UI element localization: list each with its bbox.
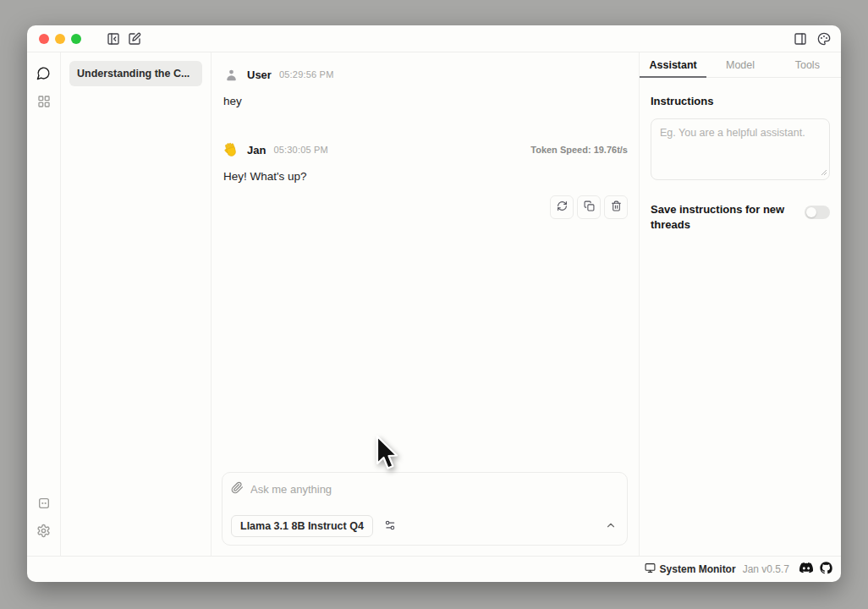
icon-rail: [27, 52, 61, 556]
message-author: Jan: [247, 144, 266, 156]
discord-link[interactable]: [799, 562, 813, 576]
message-timestamp: 05:30:05 PM: [273, 145, 328, 155]
panel-left-icon: [107, 32, 120, 46]
right-panel: Assistant Model Tools Instructions Save …: [639, 52, 841, 556]
status-bar: System Monitor Jan v0.5.7: [27, 556, 841, 582]
tab-tools[interactable]: Tools: [774, 52, 841, 77]
trash-icon: [611, 200, 622, 214]
message-text: hey: [223, 95, 628, 107]
theme-button[interactable]: [817, 32, 831, 46]
message-author: User: [247, 69, 272, 81]
github-icon: [820, 562, 832, 577]
close-window-button[interactable]: [39, 34, 49, 44]
copy-button[interactable]: [577, 195, 601, 219]
instructions-label: Instructions: [651, 95, 830, 107]
chat-bubble-icon: [36, 66, 51, 83]
refresh-icon: [557, 200, 568, 214]
message-list: User 05:29:56 PM hey: [212, 52, 639, 472]
system-monitor-label: System Monitor: [660, 563, 736, 575]
thread-title: Understanding the C...: [77, 68, 190, 80]
paperclip-icon[interactable]: [231, 481, 244, 497]
message-user: User 05:29:56 PM hey: [222, 66, 628, 107]
instructions-textarea[interactable]: [651, 118, 830, 180]
delete-button[interactable]: [604, 195, 628, 219]
message-assistant: Jan 05:30:05 PM Token Speed: 19.76t/s He…: [222, 141, 628, 219]
grid-icon: [37, 95, 51, 111]
zoom-window-button[interactable]: [71, 34, 81, 44]
traffic-lights: [39, 34, 81, 44]
local-api-server-button[interactable]: [32, 492, 56, 516]
right-panel-tabs: Assistant Model Tools: [640, 52, 841, 78]
token-speed: Token Speed: 19.76t/s: [530, 145, 628, 155]
titlebar: [27, 25, 841, 52]
model-settings-button[interactable]: [379, 515, 401, 537]
save-instructions-label: Save instructions for new threads: [651, 202, 796, 232]
model-selector-button[interactable]: Llama 3.1 8B Instruct Q4: [231, 515, 373, 537]
panel-right-icon: [794, 32, 807, 46]
app-version: Jan v0.5.7: [743, 563, 789, 575]
system-monitor-button[interactable]: System Monitor: [645, 562, 736, 577]
message-actions: [222, 195, 628, 219]
tab-assistant[interactable]: Assistant: [640, 52, 706, 77]
regenerate-button[interactable]: [550, 195, 574, 219]
settings-button[interactable]: [32, 520, 56, 544]
waving-hand-icon: [222, 141, 239, 158]
copy-icon: [584, 200, 595, 214]
discord-icon: [799, 562, 813, 576]
app-window: Understanding the C... User 05:29:56 PM …: [27, 25, 841, 582]
api-server-icon: [37, 497, 51, 513]
threads-nav-button[interactable]: [32, 63, 56, 86]
user-avatar-icon: [222, 66, 239, 83]
monitor-icon: [645, 562, 656, 577]
hub-nav-button[interactable]: [32, 91, 56, 114]
github-link[interactable]: [820, 562, 832, 577]
prompt-input[interactable]: [250, 483, 618, 496]
minimize-window-button[interactable]: [55, 34, 65, 44]
message-timestamp: 05:29:56 PM: [279, 69, 334, 80]
chat-area: User 05:29:56 PM hey: [212, 52, 639, 556]
message-text: Hey! What's up?: [223, 170, 628, 183]
gear-icon: [36, 524, 51, 540]
edit-pen-icon: [128, 32, 141, 46]
sliders-icon: [384, 519, 396, 534]
toggle-right-panel-button[interactable]: [794, 32, 807, 46]
save-instructions-toggle[interactable]: [805, 206, 830, 219]
tab-model[interactable]: Model: [706, 52, 773, 77]
chevron-up-icon: [605, 519, 617, 534]
palette-icon: [817, 32, 831, 46]
thread-list-item[interactable]: Understanding the C...: [69, 61, 202, 86]
toggle-left-panel-button[interactable]: [107, 32, 120, 46]
chat-input-container: Llama 3.1 8B Instruct Q4: [222, 472, 628, 546]
collapse-input-button[interactable]: [605, 519, 618, 534]
new-thread-button[interactable]: [128, 32, 141, 46]
thread-list: Understanding the C...: [61, 52, 212, 556]
